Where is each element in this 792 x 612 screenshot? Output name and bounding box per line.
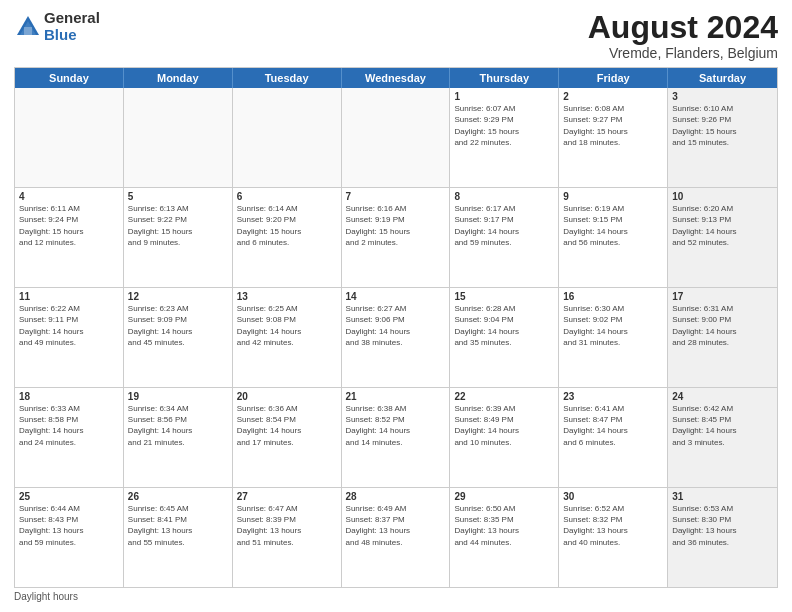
cal-header-monday: Monday [124, 68, 233, 88]
calendar: SundayMondayTuesdayWednesdayThursdayFrid… [14, 67, 778, 588]
cal-cell [342, 88, 451, 187]
day-number: 8 [454, 191, 554, 202]
day-info: Sunrise: 6:47 AM Sunset: 8:39 PM Dayligh… [237, 503, 337, 548]
cal-cell: 9Sunrise: 6:19 AM Sunset: 9:15 PM Daylig… [559, 188, 668, 287]
day-number: 17 [672, 291, 773, 302]
cal-cell: 26Sunrise: 6:45 AM Sunset: 8:41 PM Dayli… [124, 488, 233, 587]
cal-cell: 22Sunrise: 6:39 AM Sunset: 8:49 PM Dayli… [450, 388, 559, 487]
day-info: Sunrise: 6:10 AM Sunset: 9:26 PM Dayligh… [672, 103, 773, 148]
day-info: Sunrise: 6:49 AM Sunset: 8:37 PM Dayligh… [346, 503, 446, 548]
svg-rect-2 [24, 27, 32, 35]
cal-cell: 1Sunrise: 6:07 AM Sunset: 9:29 PM Daylig… [450, 88, 559, 187]
cal-cell: 12Sunrise: 6:23 AM Sunset: 9:09 PM Dayli… [124, 288, 233, 387]
main-title: August 2024 [588, 10, 778, 45]
day-number: 27 [237, 491, 337, 502]
cal-header-tuesday: Tuesday [233, 68, 342, 88]
logo-blue-text: Blue [44, 27, 100, 44]
cal-week-5: 25Sunrise: 6:44 AM Sunset: 8:43 PM Dayli… [15, 488, 777, 587]
logo-icon [14, 13, 42, 41]
page: General Blue August 2024 Vremde, Flander… [0, 0, 792, 612]
calendar-body: 1Sunrise: 6:07 AM Sunset: 9:29 PM Daylig… [15, 88, 777, 587]
day-number: 1 [454, 91, 554, 102]
day-info: Sunrise: 6:13 AM Sunset: 9:22 PM Dayligh… [128, 203, 228, 248]
day-number: 6 [237, 191, 337, 202]
cal-cell: 6Sunrise: 6:14 AM Sunset: 9:20 PM Daylig… [233, 188, 342, 287]
day-info: Sunrise: 6:19 AM Sunset: 9:15 PM Dayligh… [563, 203, 663, 248]
cal-cell: 7Sunrise: 6:16 AM Sunset: 9:19 PM Daylig… [342, 188, 451, 287]
day-number: 14 [346, 291, 446, 302]
cal-cell: 18Sunrise: 6:33 AM Sunset: 8:58 PM Dayli… [15, 388, 124, 487]
day-info: Sunrise: 6:25 AM Sunset: 9:08 PM Dayligh… [237, 303, 337, 348]
cal-header-thursday: Thursday [450, 68, 559, 88]
day-number: 18 [19, 391, 119, 402]
cal-cell [124, 88, 233, 187]
day-info: Sunrise: 6:39 AM Sunset: 8:49 PM Dayligh… [454, 403, 554, 448]
cal-cell: 4Sunrise: 6:11 AM Sunset: 9:24 PM Daylig… [15, 188, 124, 287]
day-number: 5 [128, 191, 228, 202]
day-info: Sunrise: 6:17 AM Sunset: 9:17 PM Dayligh… [454, 203, 554, 248]
cal-cell: 5Sunrise: 6:13 AM Sunset: 9:22 PM Daylig… [124, 188, 233, 287]
title-block: August 2024 Vremde, Flanders, Belgium [588, 10, 778, 61]
day-number: 26 [128, 491, 228, 502]
day-number: 7 [346, 191, 446, 202]
day-info: Sunrise: 6:16 AM Sunset: 9:19 PM Dayligh… [346, 203, 446, 248]
day-info: Sunrise: 6:34 AM Sunset: 8:56 PM Dayligh… [128, 403, 228, 448]
day-info: Sunrise: 6:28 AM Sunset: 9:04 PM Dayligh… [454, 303, 554, 348]
day-number: 28 [346, 491, 446, 502]
day-info: Sunrise: 6:11 AM Sunset: 9:24 PM Dayligh… [19, 203, 119, 248]
day-info: Sunrise: 6:08 AM Sunset: 9:27 PM Dayligh… [563, 103, 663, 148]
day-number: 25 [19, 491, 119, 502]
day-number: 10 [672, 191, 773, 202]
cal-cell: 13Sunrise: 6:25 AM Sunset: 9:08 PM Dayli… [233, 288, 342, 387]
cal-cell: 16Sunrise: 6:30 AM Sunset: 9:02 PM Dayli… [559, 288, 668, 387]
day-info: Sunrise: 6:22 AM Sunset: 9:11 PM Dayligh… [19, 303, 119, 348]
day-number: 21 [346, 391, 446, 402]
cal-week-1: 1Sunrise: 6:07 AM Sunset: 9:29 PM Daylig… [15, 88, 777, 188]
day-number: 20 [237, 391, 337, 402]
day-info: Sunrise: 6:45 AM Sunset: 8:41 PM Dayligh… [128, 503, 228, 548]
day-number: 24 [672, 391, 773, 402]
day-info: Sunrise: 6:07 AM Sunset: 9:29 PM Dayligh… [454, 103, 554, 148]
cal-cell: 17Sunrise: 6:31 AM Sunset: 9:00 PM Dayli… [668, 288, 777, 387]
day-number: 2 [563, 91, 663, 102]
subtitle: Vremde, Flanders, Belgium [588, 45, 778, 61]
day-number: 11 [19, 291, 119, 302]
day-number: 12 [128, 291, 228, 302]
cal-cell: 10Sunrise: 6:20 AM Sunset: 9:13 PM Dayli… [668, 188, 777, 287]
cal-cell: 15Sunrise: 6:28 AM Sunset: 9:04 PM Dayli… [450, 288, 559, 387]
cal-cell: 28Sunrise: 6:49 AM Sunset: 8:37 PM Dayli… [342, 488, 451, 587]
day-info: Sunrise: 6:30 AM Sunset: 9:02 PM Dayligh… [563, 303, 663, 348]
cal-cell: 14Sunrise: 6:27 AM Sunset: 9:06 PM Dayli… [342, 288, 451, 387]
day-info: Sunrise: 6:41 AM Sunset: 8:47 PM Dayligh… [563, 403, 663, 448]
cal-week-2: 4Sunrise: 6:11 AM Sunset: 9:24 PM Daylig… [15, 188, 777, 288]
day-number: 16 [563, 291, 663, 302]
cal-cell: 21Sunrise: 6:38 AM Sunset: 8:52 PM Dayli… [342, 388, 451, 487]
cal-week-3: 11Sunrise: 6:22 AM Sunset: 9:11 PM Dayli… [15, 288, 777, 388]
day-number: 23 [563, 391, 663, 402]
cal-cell: 29Sunrise: 6:50 AM Sunset: 8:35 PM Dayli… [450, 488, 559, 587]
cal-cell: 8Sunrise: 6:17 AM Sunset: 9:17 PM Daylig… [450, 188, 559, 287]
day-info: Sunrise: 6:23 AM Sunset: 9:09 PM Dayligh… [128, 303, 228, 348]
cal-header-friday: Friday [559, 68, 668, 88]
day-info: Sunrise: 6:31 AM Sunset: 9:00 PM Dayligh… [672, 303, 773, 348]
cal-header-wednesday: Wednesday [342, 68, 451, 88]
cal-cell: 20Sunrise: 6:36 AM Sunset: 8:54 PM Dayli… [233, 388, 342, 487]
day-info: Sunrise: 6:42 AM Sunset: 8:45 PM Dayligh… [672, 403, 773, 448]
day-number: 13 [237, 291, 337, 302]
logo-general-text: General [44, 10, 100, 27]
day-info: Sunrise: 6:20 AM Sunset: 9:13 PM Dayligh… [672, 203, 773, 248]
cal-week-4: 18Sunrise: 6:33 AM Sunset: 8:58 PM Dayli… [15, 388, 777, 488]
day-info: Sunrise: 6:27 AM Sunset: 9:06 PM Dayligh… [346, 303, 446, 348]
cal-cell: 31Sunrise: 6:53 AM Sunset: 8:30 PM Dayli… [668, 488, 777, 587]
cal-cell: 25Sunrise: 6:44 AM Sunset: 8:43 PM Dayli… [15, 488, 124, 587]
cal-cell: 30Sunrise: 6:52 AM Sunset: 8:32 PM Dayli… [559, 488, 668, 587]
cal-cell: 2Sunrise: 6:08 AM Sunset: 9:27 PM Daylig… [559, 88, 668, 187]
header: General Blue August 2024 Vremde, Flander… [14, 10, 778, 61]
day-info: Sunrise: 6:14 AM Sunset: 9:20 PM Dayligh… [237, 203, 337, 248]
day-info: Sunrise: 6:52 AM Sunset: 8:32 PM Dayligh… [563, 503, 663, 548]
day-number: 15 [454, 291, 554, 302]
day-number: 31 [672, 491, 773, 502]
cal-header-sunday: Sunday [15, 68, 124, 88]
day-number: 9 [563, 191, 663, 202]
cal-cell: 11Sunrise: 6:22 AM Sunset: 9:11 PM Dayli… [15, 288, 124, 387]
